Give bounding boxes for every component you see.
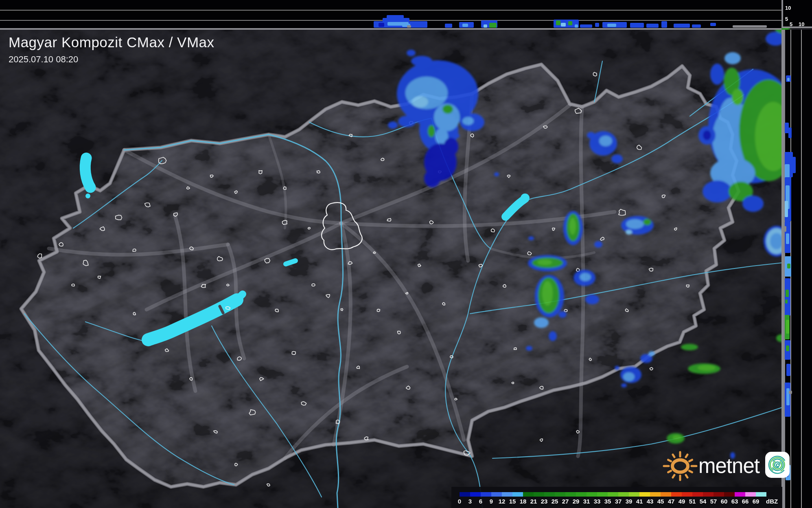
radar-echo bbox=[626, 230, 632, 235]
colorbar-tick-label: 35 bbox=[604, 498, 611, 505]
radar-echo bbox=[580, 273, 591, 281]
colorbar-unit-label: dBZ bbox=[766, 498, 778, 505]
top-axis-tick-10: 10 bbox=[785, 5, 791, 11]
profile-echo bbox=[786, 388, 790, 405]
vmax-top-profile-panel bbox=[0, 0, 781, 30]
colorbar-segment bbox=[523, 492, 534, 497]
colorbar-segment bbox=[724, 492, 735, 497]
radar-echo bbox=[558, 311, 567, 318]
colorbar-tick-label: 45 bbox=[657, 498, 664, 505]
radar-echo bbox=[424, 169, 440, 187]
colorbar-tick-label: 33 bbox=[594, 498, 601, 505]
profile-echo bbox=[786, 345, 789, 351]
profile-echo bbox=[785, 123, 789, 133]
profile-echo bbox=[462, 24, 468, 27]
profile-echo bbox=[784, 226, 786, 232]
timestamp: 2025.07.10 08:20 bbox=[9, 54, 214, 65]
title-block: Magyar Kompozit CMax / VMax 2025.07.10 0… bbox=[9, 34, 214, 65]
profile-echo bbox=[789, 391, 792, 394]
profile-echo bbox=[595, 23, 599, 27]
profile-echo bbox=[788, 128, 792, 138]
profile-echo bbox=[786, 233, 789, 244]
profile-echo bbox=[661, 21, 667, 28]
colorbar-tick-label: 3 bbox=[468, 498, 472, 505]
colorbar-segment bbox=[481, 492, 491, 497]
radar-echo bbox=[462, 117, 474, 125]
colorbar-tick-label: 12 bbox=[499, 498, 506, 505]
colorbar-tick-label: 9 bbox=[490, 498, 493, 505]
page-title: Magyar Kompozit CMax / VMax bbox=[9, 34, 214, 51]
colorbar-segment bbox=[692, 492, 703, 497]
vmax-right-profile-panel bbox=[781, 30, 812, 508]
radar-echo bbox=[703, 130, 711, 140]
colorbar-tick-label: 29 bbox=[573, 498, 580, 505]
colorbar-segment bbox=[544, 492, 555, 497]
colorbar-tick-label: 63 bbox=[731, 498, 738, 505]
lake-ferto bbox=[85, 158, 90, 187]
radar-echo bbox=[615, 366, 619, 370]
colorbar-segment bbox=[587, 492, 597, 497]
profile-echo bbox=[786, 290, 789, 297]
radar-echo bbox=[569, 218, 576, 235]
radar-echo bbox=[537, 259, 552, 265]
colorbar-segment bbox=[735, 492, 745, 497]
profile-echo bbox=[484, 24, 487, 28]
radar-echo bbox=[442, 105, 453, 114]
radar-echo bbox=[526, 346, 532, 351]
radar-echo bbox=[643, 219, 651, 225]
radar-echo bbox=[412, 96, 428, 108]
colorbar-segment bbox=[714, 492, 724, 497]
radar-echo bbox=[732, 89, 743, 105]
profile-echo bbox=[785, 201, 788, 217]
colorbar-segment bbox=[618, 492, 629, 497]
profile-echo bbox=[489, 23, 497, 28]
radar-echo bbox=[648, 351, 655, 356]
profile-echo bbox=[561, 23, 566, 26]
right-profile-echoes bbox=[784, 75, 796, 480]
radar-echo bbox=[611, 154, 623, 163]
profile-echo bbox=[630, 23, 644, 28]
colorbar-tick-label: 43 bbox=[647, 498, 654, 505]
colorbar-tick-label: 41 bbox=[636, 498, 643, 505]
colorbar-segment bbox=[608, 492, 618, 497]
radar-composite-screen: 10 5 5 10 Magyar Kompozit CMax / VMax 20… bbox=[0, 0, 812, 508]
radar-map-canvas bbox=[0, 0, 812, 508]
radar-echo bbox=[599, 136, 612, 146]
lake-balaton-tip bbox=[238, 294, 243, 299]
lake-ferto-tail bbox=[85, 194, 90, 198]
colorbar-segment bbox=[555, 492, 565, 497]
colorbar-tick-label: 39 bbox=[626, 498, 633, 505]
right-axis-tick-10: 10 bbox=[799, 22, 804, 27]
colorbar-segment bbox=[745, 492, 756, 497]
colorbar-tick-label: 60 bbox=[721, 498, 728, 505]
colorbar-segment bbox=[671, 492, 682, 497]
top-profile-echoes bbox=[374, 15, 767, 28]
colorbar-tick-label: 0 bbox=[458, 498, 461, 505]
vmax-right-profile-plot bbox=[784, 30, 812, 508]
profile-echo bbox=[607, 24, 616, 27]
colorbar-segment bbox=[576, 492, 587, 497]
colorbar-segment bbox=[650, 492, 661, 497]
radar-echo bbox=[528, 236, 534, 240]
radar-echo bbox=[703, 180, 732, 202]
radar-echo bbox=[542, 281, 553, 306]
colorbar-strip bbox=[460, 492, 766, 497]
metnet-logo: metnet bbox=[663, 447, 790, 482]
colorbar-segment bbox=[639, 492, 650, 497]
colorbar-segment bbox=[512, 492, 523, 497]
colorbar-tick-label: 21 bbox=[530, 498, 537, 505]
colorbar-segment bbox=[502, 492, 512, 497]
colorbar-tick-label: 15 bbox=[509, 498, 516, 505]
right-axis-tick-5: 5 bbox=[790, 22, 792, 27]
radar-echo bbox=[428, 125, 435, 137]
colorbar-segment bbox=[661, 492, 671, 497]
profile-echo bbox=[556, 20, 560, 25]
radar-echo bbox=[698, 365, 716, 371]
top-axis-tick-5: 5 bbox=[785, 16, 788, 22]
profile-echo bbox=[445, 24, 452, 28]
colorbar-tick-label: 57 bbox=[710, 498, 717, 505]
radar-echo bbox=[407, 50, 416, 56]
profile-echo bbox=[792, 157, 796, 173]
colorbar-tick-label: 18 bbox=[520, 498, 527, 505]
radar-echo bbox=[672, 435, 681, 440]
